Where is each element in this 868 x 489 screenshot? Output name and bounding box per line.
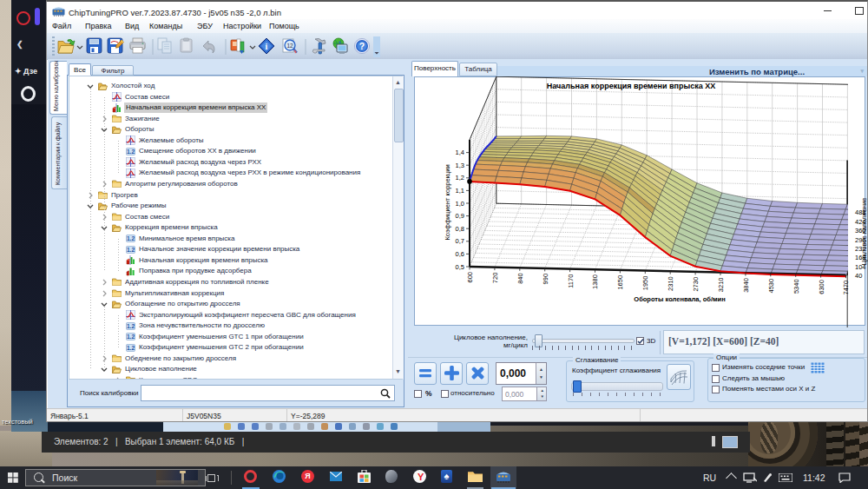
svg-text:1,1: 1,1 [456,187,464,195]
svg-text:0,8: 0,8 [456,225,464,233]
svg-text:1,0: 1,0 [456,200,464,208]
svg-text:1.2: 1.2 [127,149,135,155]
svg-text:1380: 1380 [592,274,600,289]
svg-text:1170: 1170 [567,274,575,288]
svg-text:7470: 7470 [843,281,851,295]
svg-text:1650: 1650 [616,275,624,290]
svg-text:6300: 6300 [818,280,825,294]
svg-text:5340: 5340 [792,279,800,294]
svg-text:990: 990 [542,274,549,285]
svg-text:Коэффициент коррекции: Коэффициент коррекции [444,164,451,240]
svg-text:1950: 1950 [641,276,649,291]
svg-text:?: ? [359,41,365,51]
svg-text:1,2: 1,2 [456,174,464,182]
svg-text:1.2: 1.2 [127,334,135,340]
svg-text:1,4: 1,4 [456,149,464,156]
svg-text:40: 40 [855,272,862,280]
svg-text:3210: 3210 [717,278,725,293]
svg-text:1.2: 1.2 [127,345,135,351]
svg-text:0,9: 0,9 [456,212,464,220]
svg-text:i: i [266,42,268,51]
svg-text:Обороты коленвала, об/мин: Обороты коленвала, об/мин [634,295,725,303]
svg-text:600: 600 [466,272,474,283]
svg-text:0,7: 0,7 [456,237,464,245]
svg-text:1.2: 1.2 [127,235,135,241]
svg-text:840: 840 [516,273,524,284]
svg-text:2310: 2310 [667,276,674,291]
svg-text:1.2: 1.2 [127,247,135,253]
svg-text:4530: 4530 [767,279,775,294]
svg-text:Начальная коррекция времени вп: Начальная коррекция времени впрыска XX [547,82,715,90]
svg-text:2730: 2730 [692,277,700,292]
svg-text:Цикловое наполнение: Цикловое наполнение [860,198,868,266]
svg-text:3840: 3840 [742,278,750,293]
svg-text:1.2: 1.2 [127,323,135,329]
svg-text:720: 720 [491,273,499,284]
svg-text:0,6: 0,6 [456,250,464,258]
svg-text:12: 12 [286,43,293,49]
svg-text:0,5: 0,5 [456,263,464,271]
svg-text:1,3: 1,3 [456,162,464,169]
